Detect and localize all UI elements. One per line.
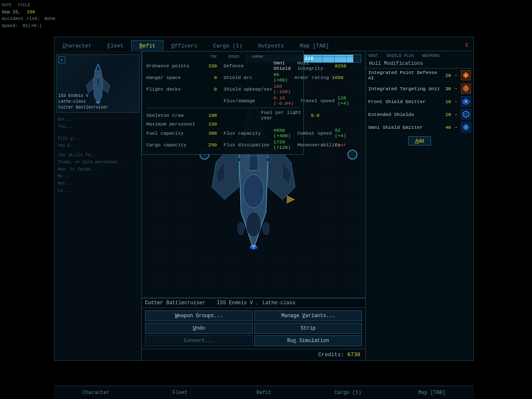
run-simulation-button[interactable]: Run Simulation xyxy=(254,335,362,346)
defense-label: Defense xyxy=(224,63,273,69)
ship-class: Lathe-class xyxy=(262,300,295,306)
tab-refit-label: efit xyxy=(143,43,155,49)
bottom-nav-cargo[interactable]: Cargo (1) xyxy=(306,387,390,398)
mod-icon-itu xyxy=(461,84,471,94)
bottom-nav-refit[interactable]: Refit xyxy=(222,387,306,398)
bottom-nav-character[interactable]: Character xyxy=(54,387,138,398)
undo-button[interactable]: Undo xyxy=(145,323,253,334)
mod-remove-ose[interactable]: - xyxy=(453,124,459,131)
list-item[interactable]: You E... xyxy=(54,142,141,149)
tab-character-label: haracter xyxy=(66,43,91,49)
mod-cost-ipda: 20 xyxy=(445,73,451,78)
svg-point-31 xyxy=(263,222,269,235)
mod-remove-ipda[interactable]: - xyxy=(453,72,459,79)
manage-variants-label: Manage xyxy=(281,313,302,319)
ship-list: Enc... You... Fill g... You E... You ski… xyxy=(54,114,141,359)
fuel-cap-value: 300 xyxy=(200,131,217,136)
accident-value: None xyxy=(44,16,55,21)
add-mod-button[interactable]: Add xyxy=(408,136,431,145)
svg-point-8 xyxy=(96,66,99,71)
bottom-section: Cutter Battlecruiser ISS Endeis V , Lath… xyxy=(142,298,365,360)
flux-cap-value: 4650 (+400) xyxy=(273,128,291,138)
list-item[interactable]: Trade, or hire personnel... xyxy=(54,159,141,166)
tab-fleet[interactable]: Fleet xyxy=(99,40,131,51)
mod-item-fse[interactable]: Front Shield Emitter 18 - xyxy=(366,95,473,108)
flight-label: Flight decks xyxy=(146,86,200,92)
tab-cargo[interactable]: Cargo (1) xyxy=(205,40,250,51)
svg-rect-7 xyxy=(97,78,99,85)
list-item[interactable]: Enc... xyxy=(54,116,141,123)
top-hud: DATE CYCLE Sep 25, 206 Accident risk: No… xyxy=(2,2,55,29)
mod-name-ipda: Integrated Point Defense AI xyxy=(368,70,445,81)
max-personnel-label: Maximum personnel xyxy=(146,121,200,127)
manage-variants-button[interactable]: Manage Variants... xyxy=(254,310,362,321)
date-label: DATE xyxy=(2,3,12,7)
refit-area: TOP SPEED ARMOR Ordnance points 330 Defe… xyxy=(142,51,365,360)
svg-point-40 xyxy=(465,100,467,103)
list-item[interactable]: Fill g... xyxy=(54,135,141,142)
mod-name-es: Extended Shields xyxy=(368,112,445,117)
mod-item-ose[interactable]: Omni Shield Emitter 40 - xyxy=(366,121,473,134)
maneuver-label: Maneuverability xyxy=(297,142,335,148)
svg-point-18 xyxy=(246,212,261,237)
list-item[interactable]: You... xyxy=(54,123,141,130)
weapon-groups-button[interactable]: Weapon Groups... xyxy=(145,310,253,321)
combat-speed-label: Combat speed xyxy=(297,131,335,136)
tab-officers[interactable]: Officers xyxy=(163,40,205,51)
tab-map[interactable]: Map [TAB] xyxy=(292,40,337,51)
list-item[interactable]: Buy, or Cargo... xyxy=(54,166,141,173)
flux-diss-value: 1720 (+120) xyxy=(273,139,291,150)
fuel-per-ly-label: Fuel per light year xyxy=(261,110,311,121)
close-button[interactable]: X xyxy=(460,40,473,51)
tab-refit[interactable]: Refit xyxy=(131,40,163,51)
svg-point-29 xyxy=(251,245,256,247)
list-item[interactable]: Mo... xyxy=(54,173,141,180)
flight-row: Flight decks 0 Shield upkeep/sec 160 (-1… xyxy=(146,84,299,94)
tab-map-label: Map [TAB] xyxy=(300,43,329,49)
right-mount[interactable] xyxy=(347,150,357,160)
max-personnel-value: 150 xyxy=(200,121,217,127)
convert-label: Convert... xyxy=(184,338,214,344)
travel-speed-value: 126 (+4) xyxy=(337,95,349,106)
manage-variants-label2: ariants... xyxy=(305,313,335,319)
hull-mods-title: Hull Modifications xyxy=(369,61,423,66)
cargo-cap-value: 250 xyxy=(200,142,217,148)
mod-item-itu[interactable]: Integrated Targeting Unit 30 - xyxy=(366,82,473,95)
skeleton-label: Skeleton crew xyxy=(146,113,200,118)
shield-upkeep-value: 160 (-160) xyxy=(273,84,299,94)
label-shield-r: SHIELD FLUX xyxy=(387,54,414,58)
mod-icon-es xyxy=(461,109,471,119)
list-item[interactable]: La... xyxy=(54,187,141,194)
bottom-nav-map[interactable]: Map [TAB] xyxy=(390,387,474,398)
tab-character[interactable]: Character xyxy=(54,40,99,51)
hull-value: 8250 xyxy=(335,63,346,69)
mod-item-ipda[interactable]: Integrated Point Defense AI 20 - xyxy=(366,69,473,82)
list-item[interactable]: You skills fo... xyxy=(54,152,141,159)
list-item[interactable]: Rec... xyxy=(54,180,141,187)
mod-remove-fse[interactable]: - xyxy=(453,99,459,105)
mod-name-fse: Front Shield Emitter xyxy=(368,99,445,104)
mod-remove-itu[interactable]: - xyxy=(453,86,459,92)
armor-rating-value: 1650 xyxy=(332,75,344,80)
ordnance-value: 330 xyxy=(200,63,217,69)
add-label: dd xyxy=(419,138,424,144)
strip-label: Strip xyxy=(300,325,315,331)
strip-button[interactable]: Strip xyxy=(254,323,362,334)
bottom-nav-fleet[interactable]: Fleet xyxy=(138,387,222,398)
run-sim-n: n xyxy=(293,338,296,344)
svg-rect-27 xyxy=(266,158,271,161)
action-buttons: Weapon Groups... Manage Variants... Undo… xyxy=(142,308,365,349)
travel-speed-label: Travel speed xyxy=(300,98,337,103)
mod-item-es[interactable]: Extended Shields 20 - xyxy=(366,108,473,121)
mod-icon-fse xyxy=(461,96,471,106)
max-personnel-row: Maximum personnel 150 xyxy=(146,121,299,127)
bottom-nav: Character Fleet Refit Cargo (1) Map [TAB… xyxy=(54,386,474,399)
header-speed: SPEED xyxy=(219,55,239,59)
convert-button[interactable]: Convert... xyxy=(145,335,253,346)
mod-remove-es[interactable]: - xyxy=(453,111,459,118)
ordnance-row: Ordnance points 330 Defense Omni Shield … xyxy=(146,60,299,71)
svg-point-43 xyxy=(465,126,467,128)
tab-bar: Character Fleet Refit Officers Cargo (1)… xyxy=(54,37,473,51)
ship-portrait[interactable]: ISS Endeis V Lathe-class Cutter Battlecr… xyxy=(57,54,140,113)
tab-outposts[interactable]: Outposts xyxy=(250,40,292,51)
